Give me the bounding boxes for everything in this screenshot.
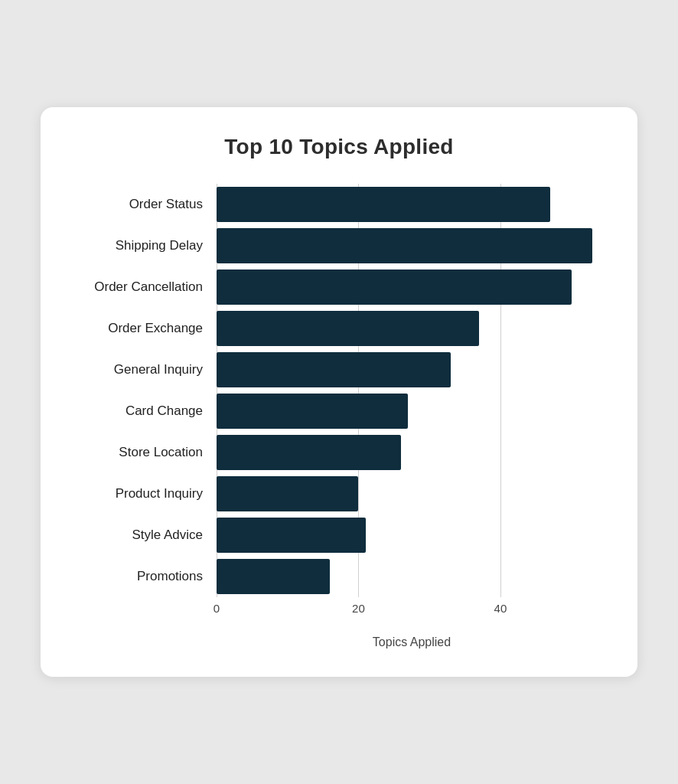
bar-label: Order Status [71,197,217,212]
bar-track [217,349,607,390]
bar-fill [217,518,366,553]
bar-label: Order Exchange [71,321,217,336]
chart-card: Top 10 Topics Applied Order StatusShippi… [41,107,637,677]
bar-label: Store Location [71,445,217,460]
bar-row: Order Exchange [71,308,607,349]
bar-row: Store Location [71,432,607,473]
bar-row: Order Cancellation [71,266,607,308]
bar-label: Style Advice [71,528,217,543]
bar-fill [217,394,408,429]
bar-label: Promotions [71,569,217,584]
bar-track [217,514,607,556]
bar-track [217,556,607,597]
bar-track [217,390,607,432]
bar-fill [217,559,330,594]
x-tick-label: 40 [494,602,507,615]
bar-fill [217,228,592,263]
bar-track [217,308,607,349]
x-tick-label: 0 [214,602,220,615]
bar-row: Shipping Delay [71,225,607,266]
bar-row: Order Status [71,184,607,225]
chart-title: Top 10 Topics Applied [71,135,607,159]
bar-track [217,184,607,225]
x-tick-label: 20 [352,602,365,615]
bar-track [217,266,607,308]
bar-label: General Inquiry [71,362,217,377]
bar-fill [217,435,401,470]
bar-fill [217,187,550,222]
bar-fill [217,311,479,346]
bar-row: Style Advice [71,514,607,556]
bar-row: Card Change [71,390,607,432]
bar-label: Shipping Delay [71,238,217,253]
bar-track [217,432,607,473]
bar-label: Card Change [71,403,217,419]
bar-track [217,473,607,514]
bar-fill [217,476,358,511]
bar-row: Promotions [71,556,607,597]
bar-row: Product Inquiry [71,473,607,514]
chart-area: Order StatusShipping DelayOrder Cancella… [71,184,607,597]
bar-fill [217,270,572,305]
x-axis-title: Topics Applied [71,635,607,649]
x-axis: 02040 [217,602,607,631]
bar-track [217,225,607,266]
bar-label: Product Inquiry [71,486,217,501]
bar-row: General Inquiry [71,349,607,390]
x-axis-area: 02040 [71,602,607,631]
bar-label: Order Cancellation [71,279,217,295]
bar-fill [217,352,451,387]
